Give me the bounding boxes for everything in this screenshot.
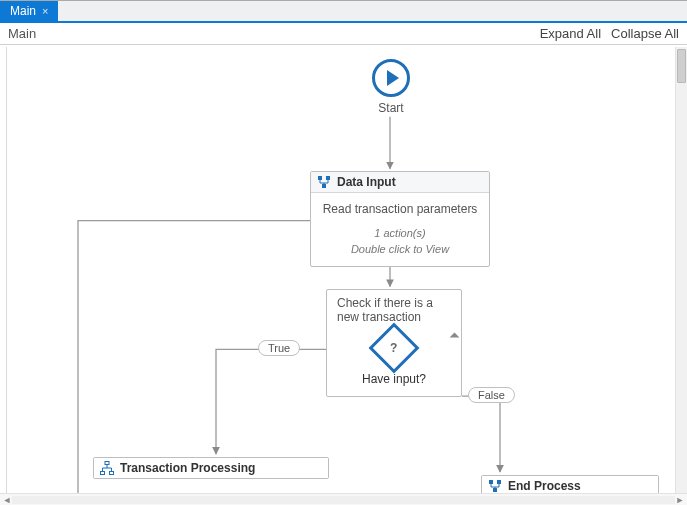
node-data-input[interactable]: Data Input Read transaction parameters 1…	[310, 171, 490, 267]
tab-bar: Main ×	[0, 1, 687, 23]
node-start[interactable]: Start	[358, 59, 424, 115]
node-header: Data Input	[311, 172, 489, 193]
tab-label: Main	[10, 4, 36, 18]
svg-rect-8	[493, 488, 497, 492]
toolbar-right: Expand All Collapse All	[540, 26, 679, 41]
connectors-layer	[0, 47, 675, 493]
canvas-outer: Start Data Input Read transaction parame…	[0, 47, 687, 493]
svg-rect-0	[318, 176, 322, 180]
svg-rect-3	[105, 462, 109, 465]
scrollbar-track[interactable]	[12, 496, 675, 504]
node-body: Check if there is a new transaction ? Ha…	[327, 290, 461, 396]
node-meta-hint: Double click to View	[317, 242, 483, 258]
svg-rect-7	[497, 480, 501, 484]
expand-all-link[interactable]: Expand All	[540, 26, 601, 41]
node-decision[interactable]: Check if there is a new transaction ? Ha…	[326, 289, 462, 397]
play-icon	[372, 59, 410, 97]
node-title: Transaction Processing	[120, 461, 255, 475]
workflow-designer-root: Main × Main Expand All Collapse All	[0, 0, 687, 505]
node-body: Read transaction parameters 1 action(s) …	[311, 193, 489, 266]
node-title: End Process	[508, 479, 581, 493]
sequence-icon	[488, 479, 502, 493]
node-meta-actions: 1 action(s)	[317, 226, 483, 242]
scroll-right-icon[interactable]: ►	[675, 495, 685, 505]
workflow-canvas[interactable]: Start Data Input Read transaction parame…	[0, 47, 675, 493]
scroll-left-icon[interactable]: ◄	[2, 495, 12, 505]
sequence-icon	[317, 175, 331, 189]
flowchart-icon	[100, 461, 114, 475]
node-header: Transaction Processing	[94, 458, 328, 478]
svg-rect-6	[489, 480, 493, 484]
node-transaction-processing[interactable]: Transaction Processing	[93, 457, 329, 479]
svg-rect-5	[110, 472, 114, 475]
node-description: Read transaction parameters	[317, 201, 483, 218]
branch-label-false: False	[468, 387, 515, 403]
scrollbar-thumb[interactable]	[677, 49, 686, 83]
node-title: Data Input	[337, 175, 396, 189]
breadcrumb-toolbar: Main Expand All Collapse All	[0, 23, 687, 45]
svg-rect-4	[101, 472, 105, 475]
canvas-guide-line	[6, 47, 7, 493]
svg-rect-2	[322, 184, 326, 188]
decision-caption: Have input?	[337, 372, 451, 386]
breadcrumb[interactable]: Main	[8, 26, 36, 41]
question-mark-icon: ?	[390, 341, 397, 355]
tab-main[interactable]: Main ×	[0, 1, 58, 21]
branch-label-true: True	[258, 340, 300, 356]
close-icon[interactable]: ×	[42, 5, 48, 17]
node-start-label: Start	[358, 101, 424, 115]
horizontal-scrollbar[interactable]: ◄ ►	[0, 493, 687, 505]
decision-icon: ?	[369, 323, 420, 374]
vertical-scrollbar[interactable]	[675, 47, 687, 493]
node-description: Check if there is a new transaction	[337, 296, 451, 324]
collapse-all-link[interactable]: Collapse All	[611, 26, 679, 41]
svg-rect-1	[326, 176, 330, 180]
